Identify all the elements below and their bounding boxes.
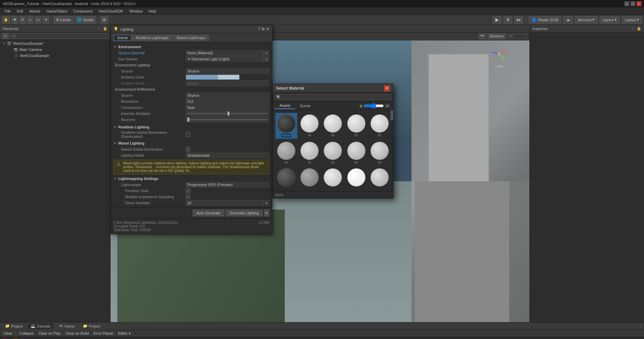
- move-tool-button[interactable]: ✥: [11, 16, 18, 24]
- lighting-close-icon[interactable]: ✕: [266, 27, 269, 31]
- realtime-section-header[interactable]: ▼ Realtime Lighting: [114, 124, 269, 130]
- intensity-slider[interactable]: [186, 111, 269, 116]
- material-02-2[interactable]: 02: [369, 140, 391, 165]
- pivot-center-button[interactable]: ⊕ Center: [54, 16, 73, 24]
- tab-project[interactable]: 📁 Project: [1, 322, 26, 330]
- material-01-2[interactable]: 01: [322, 113, 344, 139]
- scale-tool-button[interactable]: ⤡: [27, 16, 33, 24]
- close-button[interactable]: ✕: [637, 1, 641, 6]
- rect-tool-button[interactable]: ▭: [35, 16, 41, 24]
- material-dark-1[interactable]: [275, 167, 297, 189]
- lighting-mode-value[interactable]: Shadowmask: [186, 153, 269, 158]
- hierarchy-menu-icon[interactable]: ⋮: [97, 26, 101, 31]
- minimize-button[interactable]: —: [624, 1, 629, 6]
- scene-camera-button[interactable]: 📷: [479, 33, 486, 39]
- menu-gameobject[interactable]: GameObject: [44, 8, 70, 14]
- material-01-5[interactable]: 01: [275, 140, 297, 165]
- material-med-1[interactable]: [299, 167, 320, 189]
- material-02-1[interactable]: 02: [345, 140, 367, 165]
- inspector-lock-icon[interactable]: 🔒: [637, 26, 641, 31]
- resolution-value[interactable]: 512: [186, 99, 269, 104]
- hand-tool-button[interactable]: ✋: [2, 16, 10, 24]
- env-source-value[interactable]: Skybox: [186, 68, 269, 74]
- lightmapping-section-header[interactable]: ▼ Lightmapping Settings: [114, 176, 269, 182]
- bounces-thumb[interactable]: [187, 118, 189, 122]
- hierarchy-item-maincamera[interactable]: 📷 Main Camera: [0, 47, 110, 53]
- inspector-menu-icon[interactable]: ⋮: [631, 26, 635, 31]
- material-light-1[interactable]: [322, 167, 344, 189]
- dialog-scrollbar[interactable]: [391, 110, 393, 191]
- cloud-button[interactable]: ☁: [563, 16, 573, 24]
- tab-game[interactable]: 🎮 Game: [55, 322, 79, 330]
- gizmos-button[interactable]: Gizmos ▾: [487, 33, 506, 39]
- baked-gi-checkbox[interactable]: [186, 147, 190, 152]
- material-01-3[interactable]: 01: [345, 113, 367, 139]
- ambient-color-swatch[interactable]: [186, 74, 240, 80]
- realtime-gi-checkbox[interactable]: [186, 132, 190, 137]
- refl-source-value[interactable]: Skybox: [186, 93, 269, 98]
- plastic-scm-button[interactable]: 🔵 Plastic SCM: [529, 16, 561, 24]
- hierarchy-item-vketcloudsample[interactable]: ▼ 🎬 VketCloudSample*: [0, 40, 110, 47]
- lightmapper-value[interactable]: Progressive GPU (Preview): [186, 182, 269, 187]
- clear-on-build-button[interactable]: Clear on Build: [64, 331, 90, 336]
- scene-search-input[interactable]: [507, 34, 527, 39]
- clear-on-play-button[interactable]: Clear on Play: [37, 331, 62, 336]
- generate-dropdown-button[interactable]: ▾: [264, 210, 269, 216]
- lighting-settings-icon[interactable]: ⚙: [262, 27, 265, 31]
- menu-file[interactable]: File: [2, 8, 13, 14]
- layout-button[interactable]: Layout ▾: [622, 16, 642, 24]
- maximize-button[interactable]: □: [631, 1, 635, 6]
- hierarchy-add-button[interactable]: +: [2, 33, 9, 39]
- mixed-section-header[interactable]: ▼ Mixed Lighting: [114, 140, 269, 146]
- size-slider-input[interactable]: [364, 104, 384, 108]
- dialog-close-button[interactable]: ✕: [384, 85, 390, 91]
- menu-edit[interactable]: Edit: [14, 8, 26, 14]
- sun-source-picker-btn[interactable]: ⊙: [263, 56, 269, 62]
- lighting-tab-scene[interactable]: Scene: [114, 35, 131, 41]
- hierarchy-search-input[interactable]: [10, 33, 108, 39]
- editor-dropdown-button[interactable]: Editor ▾: [117, 331, 132, 336]
- lighting-tab-realtime[interactable]: Realtime Lightmaps: [132, 35, 172, 41]
- compression-value[interactable]: Auto: [186, 105, 269, 110]
- hierarchy-lock-icon[interactable]: 🔒: [103, 26, 108, 31]
- material-white-1[interactable]: [345, 167, 367, 189]
- dialog-search-input[interactable]: [275, 94, 391, 100]
- dialog-tab-assets[interactable]: Assets: [275, 102, 295, 109]
- material-light-2[interactable]: [369, 167, 391, 189]
- generate-lighting-button[interactable]: Generate Lighting: [226, 210, 263, 216]
- menu-component[interactable]: Component: [70, 8, 95, 14]
- bounces-slider[interactable]: [186, 117, 269, 122]
- menu-window[interactable]: Window: [127, 8, 145, 14]
- intensity-thumb[interactable]: [227, 112, 229, 116]
- lighting-tab-baked[interactable]: Baked Lightmaps: [173, 35, 209, 41]
- error-pause-button[interactable]: Error Pause: [92, 331, 115, 336]
- clear-button[interactable]: Clear: [2, 331, 13, 336]
- bottom-menu-icon[interactable]: ⋮: [639, 324, 643, 328]
- menu-vketcloudsdk[interactable]: VketCloudSDK: [96, 8, 126, 14]
- menu-help[interactable]: Help: [146, 8, 159, 14]
- direct-samples-value[interactable]: 32: [186, 200, 263, 206]
- skybox-picker-btn[interactable]: ⊙: [263, 50, 269, 56]
- material-01-7[interactable]: 01: [322, 140, 344, 165]
- pause-button[interactable]: ⏸: [503, 16, 512, 24]
- dialog-scrollbar-thumb[interactable]: [391, 110, 393, 120]
- collapse-button[interactable]: Collapse: [18, 331, 35, 336]
- tab-project2[interactable]: 📁 Project: [79, 322, 104, 330]
- tab-console[interactable]: 💻 Console: [27, 322, 54, 330]
- dialog-tab-scene[interactable]: Scene: [295, 103, 315, 109]
- skybox-value[interactable]: None (Material): [186, 50, 263, 56]
- lighting-help-icon[interactable]: ?: [258, 27, 260, 31]
- menu-assets[interactable]: Assets: [27, 8, 43, 14]
- layers-button[interactable]: Layers ▾: [600, 16, 620, 24]
- snap-button[interactable]: ⊞: [100, 16, 108, 24]
- material-01-1[interactable]: 01: [299, 113, 320, 139]
- auto-generate-button[interactable]: Auto Generate: [193, 210, 224, 216]
- direct-samples-dropdown[interactable]: ▾: [263, 200, 269, 206]
- pivot-global-button[interactable]: 🌐 Global: [75, 16, 96, 24]
- material-01-4[interactable]: 01: [369, 113, 391, 139]
- rotate-tool-button[interactable]: ↺: [19, 16, 26, 24]
- play-button[interactable]: ▶: [493, 16, 501, 24]
- material-none[interactable]: None: [275, 113, 297, 139]
- all-tools-button[interactable]: ✦: [43, 16, 49, 24]
- material-01-6[interactable]: 01: [299, 140, 320, 165]
